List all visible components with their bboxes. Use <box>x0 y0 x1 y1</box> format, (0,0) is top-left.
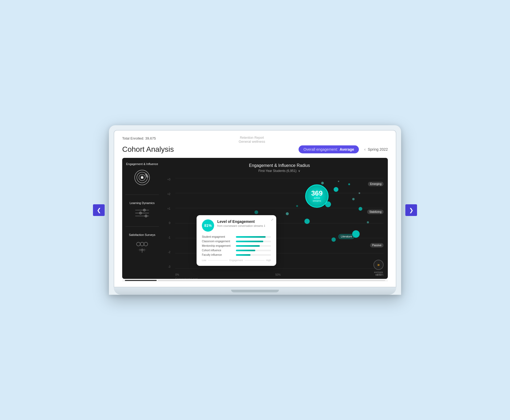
bar-label-mentorship: Mentorship engagement <box>202 244 234 247</box>
page-title: Cohort Analysis <box>122 145 174 154</box>
popup-resize-icon[interactable]: ⤢ <box>271 218 274 222</box>
chart-subtitle-text: First-Year Students (6,951) <box>258 169 297 173</box>
laptop-body: Total Enrolled: 39,675 Retention Report … <box>109 125 401 295</box>
bar-track-mentorship <box>236 245 271 247</box>
center-bubble[interactable]: 369 activestreams <box>305 184 329 208</box>
x-label-50: 50% <box>275 273 280 276</box>
svg-point-10 <box>145 215 147 217</box>
bubble-6 <box>352 198 355 200</box>
bar-track-student <box>236 236 271 238</box>
bar-label-cohort: Cohort influence <box>202 249 234 252</box>
season-nav[interactable]: ‹ Spring 2022 <box>364 147 388 152</box>
sidebar-engagement-title: Engagement & Influence <box>125 162 159 166</box>
bubble-label-emerging: Emerging <box>368 182 384 186</box>
bar-fill-classroom <box>236 241 263 242</box>
laptop-screen: Total Enrolled: 39,675 Retention Report … <box>114 130 396 287</box>
laptop-wrapper: ❮ ❯ Total Enrolled: 39,675 Retention Rep… <box>109 125 401 295</box>
bubble-2 <box>334 187 338 192</box>
bar-label-faculty: Faculty influence <box>202 253 234 256</box>
sidebar-divider-1 <box>125 194 159 195</box>
evrmore-logo: » <box>373 260 384 270</box>
evrmore-badge[interactable]: » evrmore BETA <box>373 260 384 276</box>
total-enrolled-label: Total Enrolled: <box>122 136 144 140</box>
evrmore-label: evrmore BETA <box>374 271 383 276</box>
satisfaction-icon <box>134 240 151 254</box>
left-arrow-icon: ❮ <box>97 207 101 213</box>
popup-percentage: 81% <box>202 219 214 232</box>
bar-fill-cohort <box>236 250 255 251</box>
learning-icon <box>134 208 150 218</box>
engagement-badge[interactable]: Overall engagement: Average <box>299 145 359 153</box>
grid-line-7 <box>175 268 384 269</box>
popup-bar-row-cohort: Cohort influence <box>202 249 271 252</box>
popup-title: Level of Engagement <box>217 219 265 224</box>
chart-subtitle-arrow[interactable]: ∨ <box>298 169 300 173</box>
general-wellness-label: General wellness <box>239 140 265 144</box>
bar-label-student: Student engagment <box>202 235 234 238</box>
grid-line-1 <box>175 178 384 178</box>
legend-line <box>208 260 228 261</box>
bubble-label-passive: Passive <box>370 243 384 248</box>
screen-content: Total Enrolled: 39,675 Retention Report … <box>114 131 396 287</box>
svg-point-13 <box>144 242 148 246</box>
season-arrow[interactable]: ‹ <box>364 147 366 152</box>
sidebar-learning-title: Learning Dynamics <box>125 201 159 205</box>
popup-bar-row-classroom: Classroom engagement <box>202 240 271 243</box>
bar-label-classroom: Classroom engagement <box>202 240 234 243</box>
bubble-1 <box>321 182 324 184</box>
y-label-1p: +1 <box>167 207 170 210</box>
nav-arrow-right[interactable]: ❯ <box>405 204 417 216</box>
y-label-3p: +3 <box>167 178 170 181</box>
y-label-3m: -3 <box>167 265 170 268</box>
sidebar-divider-2 <box>125 226 159 227</box>
popup-header: 81% Level of Engagement from courseware … <box>202 219 271 232</box>
satisfaction-icon-area <box>125 240 159 254</box>
chart-title: Engagement & Influence Radius <box>175 163 384 168</box>
center-bubble-text: activestreams <box>313 197 321 202</box>
chart-subtitle: First-Year Students (6,951) ∨ <box>175 169 384 173</box>
laptop-base <box>114 287 396 295</box>
x-axis-label: Engagement Level <box>175 278 197 279</box>
bubble-10 <box>304 219 310 224</box>
scrollbar-thumb[interactable] <box>125 280 157 281</box>
y-label-2p: +2 <box>167 193 170 196</box>
engagement-badge-label: Overall engagement: <box>303 147 338 151</box>
grid-line-2 <box>175 193 384 193</box>
sidebar-satisfaction[interactable]: Satisfaction Surveys <box>125 233 159 256</box>
sidebar-learning[interactable]: Learning Dynamics <box>125 201 159 220</box>
bubble-3 <box>348 183 350 185</box>
grid-line-3 <box>175 208 384 208</box>
header-mid: Cohort Analysis Overall engagement: Aver… <box>122 145 388 154</box>
nav-arrow-left[interactable]: ❮ <box>93 204 105 216</box>
svg-point-11 <box>137 242 140 246</box>
retention-report-area: Retention Report General wellness <box>239 136 265 144</box>
svg-point-8 <box>139 212 142 214</box>
y-label-0: 0 <box>167 222 170 224</box>
y-label-1m: -1 <box>167 236 170 239</box>
bubble-18 <box>359 192 360 194</box>
right-arrow-icon: ❯ <box>409 207 414 213</box>
legend-line-2 <box>245 260 265 261</box>
popup-info-icon[interactable]: ℹ <box>264 224 265 228</box>
popup-legend: Low Engagement High <box>202 259 271 262</box>
popup-title-area: Level of Engagement from courseware conv… <box>217 219 265 228</box>
y-axis: +3 +2 +1 0 -1 -2 -3 <box>167 178 170 268</box>
sidebar-engagement[interactable]: Engagement & Influence <box>125 162 159 188</box>
legend-high: High <box>266 259 271 262</box>
bar-track-classroom <box>236 241 271 242</box>
evrmore-name: evrmore <box>374 271 383 274</box>
bubble-8 <box>296 205 298 207</box>
popup-subtitle: from courseware conversation streams ℹ <box>217 224 265 228</box>
x-label-0: 0% <box>175 273 179 276</box>
sidebar: Engagement & Influence <box>122 158 162 279</box>
chart-body: +3 +2 +1 0 -1 -2 -3 <box>175 178 384 268</box>
bar-fill-mentorship <box>236 245 260 247</box>
x-axis: 0% 50% 100% <box>175 273 384 276</box>
bar-track-faculty <box>236 254 271 256</box>
learning-icon-area <box>125 208 159 218</box>
bubble-label-stabilizing: Stabilizing <box>367 210 384 214</box>
engagement-icon <box>134 169 151 186</box>
svg-point-6 <box>143 209 146 211</box>
legend-low: Low <box>202 259 206 262</box>
season-label: Spring 2022 <box>368 147 388 151</box>
